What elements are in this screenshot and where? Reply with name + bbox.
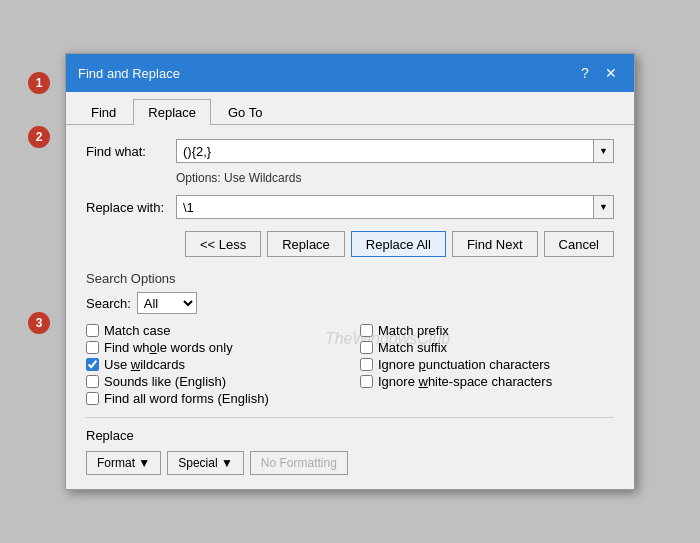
replace-with-input-wrap: ▼: [176, 195, 614, 219]
wildcards-label: Use wildcards: [104, 357, 185, 372]
dialog-content: Find what: ▼ Options: Use Wildcards Repl…: [66, 125, 634, 489]
wildcards-row: Use wildcards: [86, 356, 340, 373]
replace-section: Replace Format ▼ Special ▼ No Formatting: [86, 417, 614, 475]
sounds-like-row: Sounds like (English): [86, 373, 340, 390]
special-button[interactable]: Special ▼: [167, 451, 244, 475]
match-prefix-checkbox[interactable]: [360, 324, 373, 337]
options-value: Use Wildcards: [224, 171, 301, 185]
find-what-dropdown[interactable]: ▼: [594, 139, 614, 163]
word-forms-row: Find all word forms (English): [86, 390, 340, 407]
ignore-whitespace-row: Ignore white-space characters: [360, 373, 614, 390]
replace-with-dropdown[interactable]: ▼: [594, 195, 614, 219]
match-case-label: Match case: [104, 323, 170, 338]
dialog-title: Find and Replace: [78, 66, 180, 81]
replace-with-input[interactable]: [176, 195, 594, 219]
ignore-punct-row: Ignore punctuation characters: [360, 356, 614, 373]
whole-words-row: Find whole words only: [86, 339, 340, 356]
find-what-row: Find what: ▼: [86, 139, 614, 163]
sounds-like-checkbox[interactable]: [86, 375, 99, 388]
ignore-whitespace-checkbox[interactable]: [360, 375, 373, 388]
whole-words-checkbox[interactable]: [86, 341, 99, 354]
match-case-checkbox[interactable]: [86, 324, 99, 337]
title-bar: Find and Replace ? ✕: [66, 54, 634, 92]
ignore-whitespace-label: Ignore white-space characters: [378, 374, 552, 389]
search-row: Search: All Down Up: [86, 292, 614, 314]
find-what-input-wrap: ▼: [176, 139, 614, 163]
title-bar-buttons: ? ✕: [574, 62, 622, 84]
ignore-punct-label: Ignore punctuation characters: [378, 357, 550, 372]
action-buttons: << Less Replace Replace All Find Next Ca…: [86, 227, 614, 261]
find-next-button[interactable]: Find Next: [452, 231, 538, 257]
replace-all-button[interactable]: Replace All: [351, 231, 446, 257]
replace-button[interactable]: Replace: [267, 231, 345, 257]
less-button[interactable]: << Less: [185, 231, 261, 257]
match-suffix-row: Match suffix: [360, 339, 614, 356]
close-button[interactable]: ✕: [600, 62, 622, 84]
whole-words-label: Find whole words only: [104, 340, 233, 355]
badge-1: 1: [28, 72, 50, 94]
search-select[interactable]: All Down Up: [137, 292, 197, 314]
replace-btn-row: Format ▼ Special ▼ No Formatting: [86, 451, 614, 475]
search-options-section: Search Options TheWindowsClub Search: Al…: [86, 271, 614, 407]
find-what-label: Find what:: [86, 144, 176, 159]
word-forms-label: Find all word forms (English): [104, 391, 269, 406]
search-options-title: Search Options: [86, 271, 614, 286]
tabs: Find Replace Go To: [66, 92, 634, 125]
format-label: Format: [97, 456, 135, 470]
format-button[interactable]: Format ▼: [86, 451, 161, 475]
match-prefix-row: Match prefix: [360, 322, 614, 339]
options-grid: Match case Find whole words only Use wil…: [86, 322, 614, 407]
replace-section-label: Replace: [86, 428, 614, 443]
tab-goto[interactable]: Go To: [213, 99, 277, 125]
replace-with-row: Replace with: ▼: [86, 195, 614, 219]
checkboxes-left: Match case Find whole words only Use wil…: [86, 322, 340, 407]
tab-find[interactable]: Find: [76, 99, 131, 125]
match-prefix-label: Match prefix: [378, 323, 449, 338]
options-text: Options: Use Wildcards: [86, 171, 614, 185]
match-case-row: Match case: [86, 322, 340, 339]
word-forms-checkbox[interactable]: [86, 392, 99, 405]
options-label: Options:: [176, 171, 224, 185]
badge-2: 2: [28, 126, 50, 148]
checkboxes-right: Match prefix Match suffix Ignore punctua…: [360, 322, 614, 407]
no-formatting-button[interactable]: No Formatting: [250, 451, 348, 475]
cancel-button[interactable]: Cancel: [544, 231, 614, 257]
sounds-like-label: Sounds like (English): [104, 374, 226, 389]
search-label: Search:: [86, 296, 131, 311]
match-suffix-label: Match suffix: [378, 340, 447, 355]
special-label: Special: [178, 456, 217, 470]
help-button[interactable]: ?: [574, 62, 596, 84]
replace-with-label: Replace with:: [86, 200, 176, 215]
find-replace-dialog: Find and Replace ? ✕ Find Replace Go To …: [65, 53, 635, 490]
match-suffix-checkbox[interactable]: [360, 341, 373, 354]
wildcards-checkbox[interactable]: [86, 358, 99, 371]
ignore-punct-checkbox[interactable]: [360, 358, 373, 371]
badge-3: 3: [28, 312, 50, 334]
tab-replace[interactable]: Replace: [133, 99, 211, 125]
find-what-input[interactable]: [176, 139, 594, 163]
